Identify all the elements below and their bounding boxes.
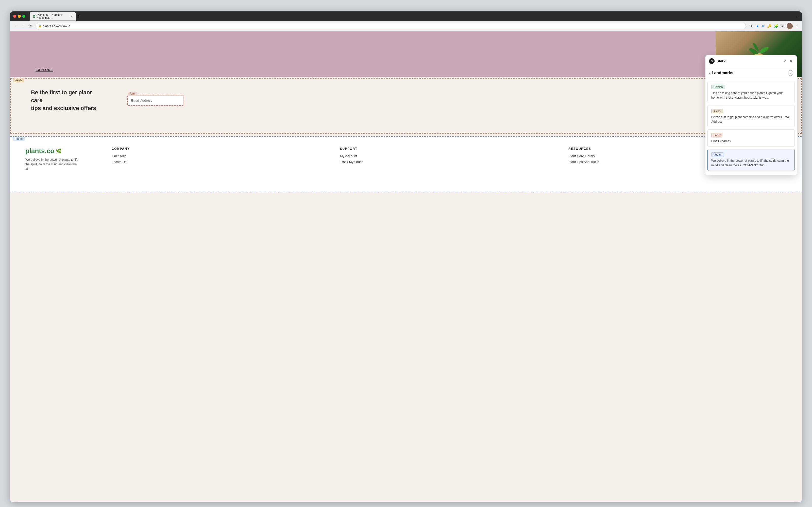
back-button[interactable]: ← xyxy=(13,23,19,29)
support-column-title: SUPPORT xyxy=(340,147,406,151)
forward-button[interactable]: → xyxy=(21,23,27,29)
browser-content: EXPLORE Aside xyxy=(10,31,406,253)
aside-heading: Be the first to get plant care tips and … xyxy=(31,89,97,112)
aside-form-wrapper: Form xyxy=(128,95,184,106)
brand-logo: plants.co 🌿 xyxy=(26,147,101,155)
fullscreen-traffic-light[interactable] xyxy=(22,15,26,18)
active-tab[interactable]: p Plants.co - Premium house pla... ✕ xyxy=(30,12,75,20)
lock-icon: 🔒 xyxy=(38,24,41,27)
browser-toolbar: ← → ↻ 🔒 plants-co.webflow.io ⬆ ★ ✳ 🔑 🧩 ▣… xyxy=(10,21,406,31)
url-text: plants-co.webflow.io xyxy=(43,24,70,28)
company-column-title: COMPANY xyxy=(112,147,330,151)
footer-link-my-account[interactable]: My Account xyxy=(340,154,406,158)
footer-section: Footer plants.co 🌿 We believe in the pow… xyxy=(10,136,406,192)
footer-link-locate-us[interactable]: Locate Us xyxy=(112,160,330,164)
company-column: COMPANY Our Story Locate Us xyxy=(112,147,330,171)
traffic-lights xyxy=(13,15,26,18)
aside-content: Be the first to get plant care tips and … xyxy=(11,78,406,122)
explore-link[interactable]: EXPLORE xyxy=(36,68,53,72)
email-input[interactable] xyxy=(128,95,184,105)
browser-window: p Plants.co - Premium house pla... ✕ + ⌄… xyxy=(10,11,406,253)
footer-link-track-order[interactable]: Track My Order xyxy=(340,160,406,164)
brand-column: plants.co 🌿 We believe in the power of p… xyxy=(26,147,101,171)
address-bar[interactable]: 🔒 plants-co.webflow.io xyxy=(36,23,406,30)
email-form: Form xyxy=(128,95,184,106)
close-traffic-light[interactable] xyxy=(13,15,16,18)
hero-section: EXPLORE xyxy=(10,31,406,77)
leaf-icon: 🌿 xyxy=(56,148,61,154)
tab-close-button[interactable]: ✕ xyxy=(70,15,72,18)
footer-content: plants.co 🌿 We believe in the power of p… xyxy=(10,137,406,181)
aside-section: Aside Be the first to get plant care tip… xyxy=(10,78,406,134)
refresh-button[interactable]: ↻ xyxy=(29,23,34,29)
support-column: SUPPORT My Account Track My Order xyxy=(340,147,406,171)
browser-titlebar: p Plants.co - Premium house pla... ✕ + ⌄ xyxy=(10,11,406,21)
footer-label: Footer xyxy=(13,136,25,141)
aside-label: Aside xyxy=(13,78,24,82)
tab-bar: p Plants.co - Premium house pla... ✕ + xyxy=(30,12,81,20)
tab-title: Plants.co - Premium house pla... xyxy=(37,13,68,19)
brand-tagline: We believe in the power of plants to lif… xyxy=(26,157,81,171)
tab-favicon: p xyxy=(33,15,35,18)
minimize-traffic-light[interactable] xyxy=(18,15,21,18)
footer-link-our-story[interactable]: Our Story xyxy=(112,154,330,158)
form-label: Form xyxy=(128,92,137,96)
new-tab-button[interactable]: + xyxy=(77,14,81,18)
